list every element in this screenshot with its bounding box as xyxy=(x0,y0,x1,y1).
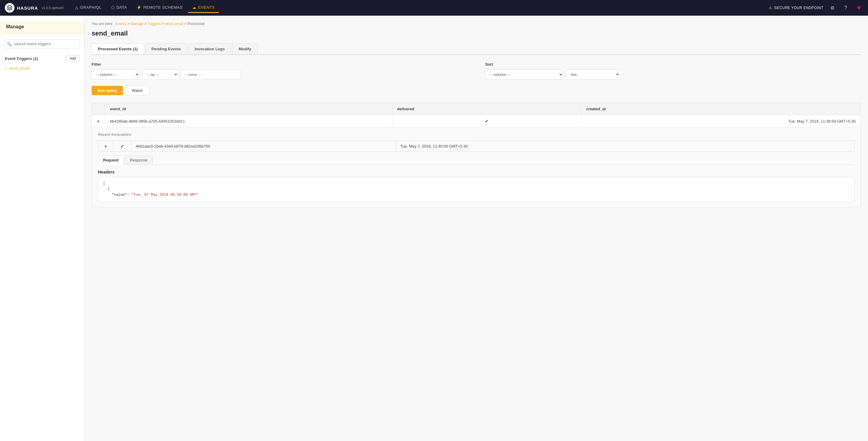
app-title: HASURA xyxy=(17,5,38,10)
expanded-row: Recent Invocations ▼ ✔ xyxy=(92,127,861,207)
value-string: "Tue, 07 May 2019 06:10:00 GMT" xyxy=(131,193,198,197)
filter-column-select[interactable]: -- column -- xyxy=(92,70,140,80)
settings-button[interactable]: ⚙ xyxy=(828,4,837,12)
filter-value-input[interactable] xyxy=(181,70,241,79)
breadcrumb-triggers[interactable]: Triggers xyxy=(148,22,161,26)
graphiql-icon: △ xyxy=(75,5,79,10)
filter-op-select[interactable]: -- op -- xyxy=(142,70,179,80)
page-tabs: Processed Events (1) Pending Events Invo… xyxy=(92,43,861,55)
headers-section: Headers [ { "value": "Tue, 07 May 2019 0… xyxy=(98,169,855,202)
logo-icon xyxy=(5,3,14,13)
breadcrumb-sep3: > xyxy=(161,22,164,26)
page-title: send_email xyxy=(92,30,861,37)
sort-label: Sort xyxy=(485,62,861,67)
search-input[interactable] xyxy=(4,39,80,49)
main-content: You are here: Events > Manage > Triggers… xyxy=(84,15,868,441)
tab-modify[interactable]: Modify xyxy=(232,43,258,54)
inv-expand-cell[interactable]: ▼ xyxy=(98,141,113,152)
sub-tabs: Request Response xyxy=(98,155,855,165)
tab-processed-events[interactable]: Processed Events (1) xyxy=(92,43,144,55)
col-header-created-at: created_at xyxy=(581,103,861,115)
top-navigation: HASURA v1.0.0-alpha44 △ GRAPHIQL ⬡ DATA … xyxy=(0,0,868,15)
nav-graphiql[interactable]: △ GRAPHIQL xyxy=(71,3,106,13)
sort-column-select[interactable]: -- column -- xyxy=(485,70,564,80)
sort-order-select[interactable]: Asc Desc xyxy=(566,70,620,80)
breadcrumb-sep2: > xyxy=(144,22,147,26)
open-brace: { xyxy=(103,187,110,191)
events-label: EVENTS xyxy=(198,5,215,10)
breadcrumb-manage[interactable]: Manage xyxy=(130,22,144,26)
filter-group: Filter -- column -- -- op -- xyxy=(92,62,467,80)
remote-schemas-label: REMOTE SCHEMAS xyxy=(143,5,183,10)
breadcrumb-send-email[interactable]: send_email xyxy=(165,22,183,26)
nav-events[interactable]: ☁ EVENTS xyxy=(188,3,219,13)
nav-items: △ GRAPHIQL ⬡ DATA ⚡ REMOTE SCHEMAS ☁ EVE… xyxy=(71,3,769,13)
invocation-row: ▼ ✔ 4b81aac0-16eb-43e0-b079-d82ce2d5b750 xyxy=(98,141,855,152)
delivered-check-icon: ✔ xyxy=(397,119,576,124)
warning-icon: ⚠ xyxy=(769,6,772,10)
sidebar: Manage 🔍 Event Triggers (1) Add ≡ send_e… xyxy=(0,15,84,441)
sub-tab-request[interactable]: Request xyxy=(98,155,124,165)
expanded-content: Recent Invocations ▼ ✔ xyxy=(92,127,861,207)
watch-button[interactable]: Watch xyxy=(125,86,149,95)
breadcrumb-sep1: > xyxy=(127,22,130,26)
event-triggers-label: Event Triggers (1) xyxy=(5,56,38,61)
search-icon: 🔍 xyxy=(7,41,12,46)
inv-date-cell: Tue, May 7, 2019, 11:40:00 GMT+5:30 xyxy=(396,141,855,152)
tab-invocation-logs[interactable]: Invocation Logs xyxy=(188,43,231,54)
col-header-delivered: delivered xyxy=(392,103,581,115)
app-version: v1.0.0-alpha44 xyxy=(41,6,64,10)
filter-sort-section: Filter -- column -- -- op -- Sort -- col… xyxy=(92,62,861,80)
inv-check-icon: ✔ xyxy=(118,144,127,149)
add-trigger-button[interactable]: Add xyxy=(66,55,79,62)
tab-pending-events[interactable]: Pending Events xyxy=(145,43,187,54)
sidebar-item-label: send_email xyxy=(9,66,30,70)
row-expand-cell[interactable]: ▼ xyxy=(92,115,105,127)
sidebar-section-header: Event Triggers (1) Add xyxy=(0,53,84,64)
recent-invocations-label: Recent Invocations xyxy=(98,132,855,137)
event-id-cell: bb4285ab-db68-485b-a705-64051053dd11 xyxy=(105,115,392,127)
expanded-cell: Recent Invocations ▼ ✔ xyxy=(92,127,861,207)
sort-inputs: -- column -- Asc Desc xyxy=(485,70,861,80)
graphiql-label: GRAPHIQL xyxy=(80,5,101,10)
inv-check-cell: ✔ xyxy=(113,141,131,152)
settings-icon: ⚙ xyxy=(830,5,835,11)
heart-icon: ♥ xyxy=(857,4,861,12)
secure-endpoint[interactable]: ⚠ SECURE YOUR ENDPOINT xyxy=(769,6,824,10)
breadcrumb: You are here: Events > Manage > Triggers… xyxy=(92,22,861,26)
sidebar-search-container: 🔍 xyxy=(4,39,80,49)
help-button[interactable]: ? xyxy=(841,4,850,12)
logo: HASURA v1.0.0-alpha44 xyxy=(5,3,64,13)
invocation-table: ▼ ✔ 4b81aac0-16eb-43e0-b079-d82ce2d5b750 xyxy=(98,140,855,152)
nav-right: ⚠ SECURE YOUR ENDPOINT ⚙ ? ♥ xyxy=(769,4,863,12)
table-row: ▼ bb4285ab-db68-485b-a705-64051053dd11 ✔… xyxy=(92,115,861,127)
filter-label: Filter xyxy=(92,62,467,67)
inv-id-cell: 4b81aac0-16eb-43e0-b079-d82ce2d5b750 xyxy=(131,141,396,152)
value-key: "value": xyxy=(103,193,131,197)
action-buttons: Run query Watch xyxy=(92,86,861,95)
data-icon: ⬡ xyxy=(111,5,115,10)
breadcrumb-sep4: > xyxy=(184,22,187,26)
breadcrumb-current: Processed xyxy=(187,22,205,26)
nav-data[interactable]: ⬡ DATA xyxy=(107,3,131,13)
nav-remote-schemas[interactable]: ⚡ REMOTE SCHEMAS xyxy=(132,3,187,13)
expand-icon: ▼ xyxy=(97,120,100,123)
remote-schemas-icon: ⚡ xyxy=(136,5,142,10)
breadcrumb-events[interactable]: Events xyxy=(115,22,126,26)
col-header-event-id: event_id xyxy=(105,103,392,115)
secure-label: SECURE YOUR ENDPOINT xyxy=(774,6,824,10)
sidebar-manage-label: Manage xyxy=(0,22,84,34)
headers-code-block: [ { "value": "Tue, 07 May 2019 06:10:00 … xyxy=(98,177,855,202)
run-query-button[interactable]: Run query xyxy=(92,86,123,95)
sort-group: Sort -- column -- Asc Desc xyxy=(485,62,861,80)
col-header-expand xyxy=(92,103,105,115)
data-label: DATA xyxy=(116,5,127,10)
sub-tab-response[interactable]: Response xyxy=(125,155,153,164)
filter-inputs: -- column -- -- op -- xyxy=(92,70,467,80)
heart-button[interactable]: ♥ xyxy=(855,4,863,12)
delivered-cell: ✔ xyxy=(392,115,581,127)
created-at-cell: Tue, May 7, 2019, 11:39:59 GMT+5:30 xyxy=(581,115,861,127)
sidebar-item-send-email[interactable]: ≡ send_email xyxy=(0,64,84,73)
layout: Manage 🔍 Event Triggers (1) Add ≡ send_e… xyxy=(0,15,868,441)
events-table: event_id delivered created_at ▼ xyxy=(92,103,861,207)
